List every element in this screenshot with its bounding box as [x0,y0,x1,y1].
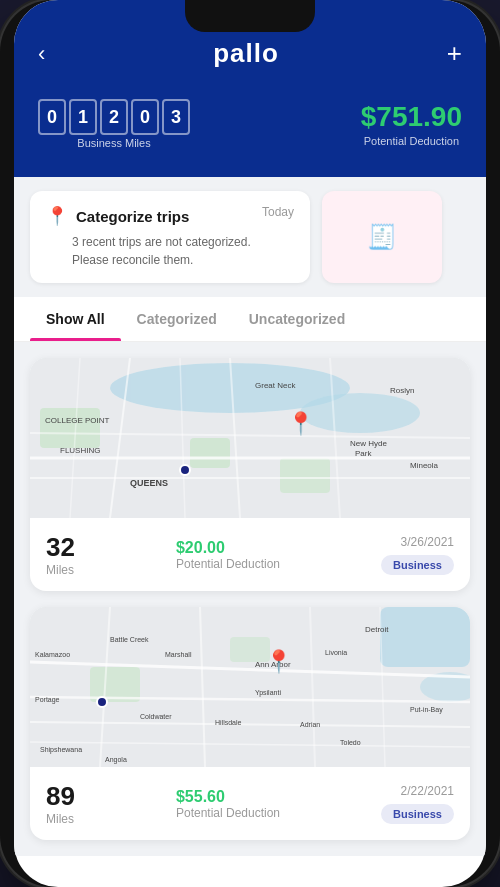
tab-uncategorized[interactable]: Uncategorized [233,297,361,341]
svg-text:📍: 📍 [265,648,293,675]
svg-rect-5 [280,458,330,493]
tabs-bar: Show All Categorized Uncategorized [14,297,486,342]
trip-deduction-1: $20.00 Potential Deduction [176,539,280,571]
trip-miles-value-2: 89 [46,781,75,812]
svg-text:Marshall: Marshall [165,651,192,658]
trip-deduction-value-2: $55.60 [176,788,280,806]
trip-deduction-value-1: $20.00 [176,539,280,557]
svg-text:Put-in-Bay: Put-in-Bay [410,706,443,714]
tab-categorized[interactable]: Categorized [121,297,233,341]
trip-meta-1: 3/26/2021 Business [381,535,454,575]
trip-deduction-2: $55.60 Potential Deduction [176,788,280,820]
app-title: pallo [213,38,279,69]
trip-miles-2: 89 Miles [46,781,75,826]
svg-text:Adrian: Adrian [300,721,320,728]
svg-rect-4 [190,438,230,468]
categorize-trips-card[interactable]: 📍 Categorize trips Today 3 recent trips … [30,191,310,283]
digit-0: 0 [38,99,66,135]
miles-label: Business Miles [38,137,190,149]
svg-rect-25 [380,607,470,667]
trip-meta-2: 2/22/2021 Business [381,784,454,824]
notification-row: 📍 Categorize trips Today 3 recent trips … [14,177,486,297]
trip-map-1: COLLEGE POINT FLUSHING Great Neck Roslyn… [30,358,470,518]
svg-text:📍: 📍 [287,410,315,437]
trip-badge-1: Business [381,555,454,575]
trip-date-2: 2/22/2021 [381,784,454,798]
svg-text:Roslyn: Roslyn [390,386,414,395]
trip-miles-label-2: Miles [46,812,75,826]
svg-point-23 [180,465,190,475]
miles-block: 0 1 2 0 3 Business Miles [38,99,190,149]
trip-info-1: 32 Miles $20.00 Potential Deduction 3/26… [30,518,470,591]
trip-deduction-label-2: Potential Deduction [176,806,280,820]
svg-text:Detroit: Detroit [365,625,389,634]
back-button[interactable]: ‹ [38,41,45,67]
add-button[interactable]: + [447,38,462,69]
svg-rect-3 [40,408,100,448]
phone-notch [185,0,315,32]
trip-info-2: 89 Miles $55.60 Potential Deduction 2/22… [30,767,470,840]
svg-text:Great Neck: Great Neck [255,381,296,390]
deduction-amount: $751.90 [361,101,462,133]
trip-miles-value-1: 32 [46,532,75,563]
svg-text:QUEENS: QUEENS [130,478,168,488]
miles-counter: 0 1 2 0 3 [38,99,190,135]
trip-card-2[interactable]: Kalamazoo Battle Creek Marshall Ann Arbo… [30,607,470,840]
trips-list: COLLEGE POINT FLUSHING Great Neck Roslyn… [14,342,486,856]
trip-deduction-label-1: Potential Deduction [176,557,280,571]
trip-date-1: 3/26/2021 [381,535,454,549]
svg-text:Portage: Portage [35,696,60,704]
svg-text:Ypsilanti: Ypsilanti [255,689,281,697]
trip-card-1[interactable]: COLLEGE POINT FLUSHING Great Neck Roslyn… [30,358,470,591]
svg-text:New Hyde: New Hyde [350,439,387,448]
tab-show-all[interactable]: Show All [30,297,121,341]
stats-bar: 0 1 2 0 3 Business Miles $751.90 Potenti… [14,89,486,177]
receipt-icon: 🧾 [367,223,397,251]
svg-text:Hillsdale: Hillsdale [215,719,242,726]
svg-text:Toledo: Toledo [340,739,361,746]
svg-text:Mineola: Mineola [410,461,439,470]
trip-miles-label-1: Miles [46,563,75,577]
deduction-block: $751.90 Potential Deduction [361,101,462,147]
digit-2: 2 [100,99,128,135]
digit-1: 1 [69,99,97,135]
svg-point-53 [97,697,107,707]
digit-3: 0 [131,99,159,135]
notif-title: Categorize trips [76,208,189,225]
trip-miles-1: 32 Miles [46,532,75,577]
deduction-label: Potential Deduction [361,135,462,147]
svg-text:Coldwater: Coldwater [140,713,172,720]
svg-text:Angola: Angola [105,756,127,764]
digit-4: 3 [162,99,190,135]
notif-date: Today [262,205,294,219]
notif-body: 3 recent trips are not categorized.Pleas… [72,233,294,269]
svg-point-2 [300,393,420,433]
phone-screen: ‹ pallo + 0 1 2 0 3 Business Miles $751.… [14,0,486,887]
svg-text:Battle Creek: Battle Creek [110,636,149,643]
svg-text:COLLEGE POINT: COLLEGE POINT [45,416,110,425]
trip-badge-2: Business [381,804,454,824]
svg-text:Park: Park [355,449,372,458]
svg-text:Livonia: Livonia [325,649,347,656]
categorize-icon: 📍 [46,205,68,227]
content-area: 📍 Categorize trips Today 3 recent trips … [14,177,486,856]
phone-frame: ‹ pallo + 0 1 2 0 3 Business Miles $751.… [0,0,500,887]
svg-text:Shipshewana: Shipshewana [40,746,82,754]
trip-map-2: Kalamazoo Battle Creek Marshall Ann Arbo… [30,607,470,767]
svg-text:FLUSHING: FLUSHING [60,446,100,455]
svg-text:Kalamazoo: Kalamazoo [35,651,70,658]
secondary-notif-card[interactable]: 🧾 [322,191,442,283]
